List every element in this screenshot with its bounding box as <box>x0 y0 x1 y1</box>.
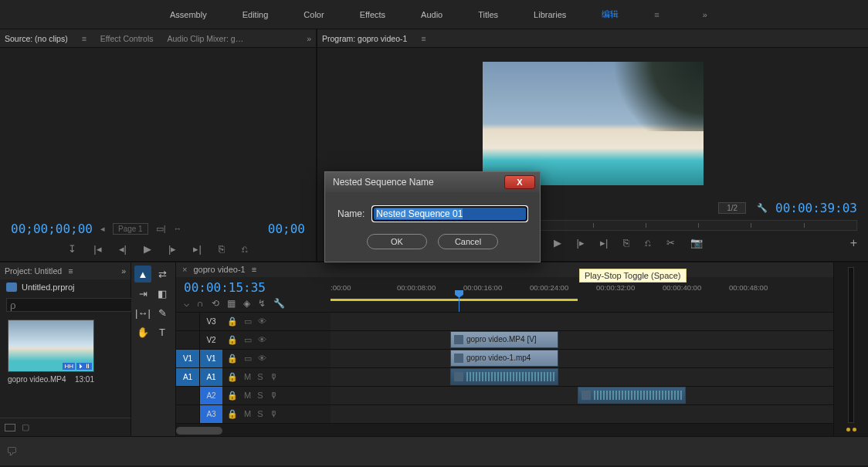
eye-icon[interactable]: 👁 <box>258 316 266 326</box>
prog-lift-icon[interactable]: ⎘ <box>623 237 629 249</box>
track-header-a1[interactable]: A1 A1 🔒MS🎙 <box>176 367 331 386</box>
selection-tool-icon[interactable]: ▲ <box>134 266 151 283</box>
work-area-bar[interactable] <box>331 299 578 301</box>
tab-program-menu-icon[interactable]: ≡ <box>421 34 426 43</box>
src-patch-v1[interactable]: V1 <box>176 350 199 367</box>
mute-icon[interactable]: M <box>244 372 251 381</box>
mute-icon[interactable]: M <box>244 409 251 418</box>
timeline-menu-icon[interactable]: ≡ <box>252 265 256 274</box>
prog-play-icon[interactable]: ▶ <box>554 237 561 249</box>
src-patch-a1[interactable]: A1 <box>176 368 199 386</box>
ripple-tool-icon[interactable]: ⇥ <box>134 285 151 302</box>
dialog-ok-button[interactable]: OK <box>367 234 427 249</box>
pen-tool-icon[interactable]: ✎ <box>154 304 171 321</box>
tab-audio-mixer[interactable]: Audio Clip Mixer: g… <box>168 34 244 43</box>
solo-icon[interactable]: S <box>257 372 263 381</box>
lock-icon[interactable]: 🔒 <box>227 391 238 401</box>
src-patch-v3[interactable] <box>176 313 199 330</box>
dialog-titlebar[interactable]: Nested Sequence Name X <box>325 172 540 192</box>
status-icon[interactable]: 🗩 <box>6 445 17 458</box>
lock-icon[interactable]: 🔒 <box>227 335 238 345</box>
link-icon[interactable]: ∩ <box>197 298 204 309</box>
src-patch-a2[interactable] <box>176 387 199 404</box>
step-back-icon[interactable]: ◂| <box>119 243 127 255</box>
dialog-name-input[interactable] <box>372 206 527 222</box>
rec-icon[interactable]: 🎙 <box>270 409 278 418</box>
settings-icon[interactable]: 🔧 <box>757 203 768 213</box>
settings-tl-icon[interactable]: ▦ <box>227 298 236 309</box>
workspace-color[interactable]: Color <box>303 10 324 19</box>
timeline-timecode[interactable]: 00:00:15:35 <box>184 280 323 295</box>
tab-project[interactable]: Project: Untitled <box>5 266 62 276</box>
prog-go-out-icon[interactable]: ▸| <box>600 237 608 249</box>
source-monitor[interactable] <box>0 48 316 215</box>
solo-icon[interactable]: S <box>257 409 263 418</box>
prog-add-button-icon[interactable]: + <box>850 236 857 250</box>
lock-icon[interactable]: 🔒 <box>227 372 238 382</box>
go-in-icon[interactable]: |◂ <box>93 243 101 255</box>
type-tool-icon[interactable]: T <box>154 323 171 340</box>
snap-icon[interactable]: ⌵ <box>184 298 189 309</box>
razor-tool-icon[interactable]: ◧ <box>154 285 171 302</box>
source-fit-icon[interactable]: ▭| <box>156 224 166 234</box>
tgt-patch-a2[interactable]: A2 <box>199 387 222 404</box>
new-bin-icon[interactable]: ▢ <box>22 422 29 432</box>
dialog-close-button[interactable]: X <box>504 175 535 189</box>
play-icon[interactable]: ▶ <box>144 243 151 255</box>
tgt-patch-v2[interactable]: V2 <box>199 331 222 349</box>
box-icon[interactable]: ▭ <box>244 354 252 364</box>
lock-icon[interactable]: 🔒 <box>227 354 238 364</box>
lock-icon[interactable]: 🔒 <box>227 316 238 327</box>
clip-a1[interactable] <box>450 368 558 385</box>
workspace-assembly[interactable]: Assembly <box>170 10 207 19</box>
go-out-icon[interactable]: ▸| <box>193 243 201 255</box>
tgt-patch-a1[interactable]: A1 <box>199 368 222 386</box>
clip-v2[interactable]: gopro video.MP4 [V] <box>450 331 558 348</box>
dialog-cancel-button[interactable]: Cancel <box>438 234 498 249</box>
src-patch-v2[interactable] <box>176 331 199 349</box>
track-select-tool-icon[interactable]: ⇄ <box>154 266 171 283</box>
workspace-audio[interactable]: Audio <box>421 10 442 19</box>
prog-snapshot-icon[interactable]: 📷 <box>690 237 703 249</box>
clip-v1[interactable]: gopro video-1.mp4 <box>450 350 558 367</box>
solo-icon[interactable]: S <box>257 391 263 400</box>
workspace-menu-icon[interactable]: ≡ <box>654 10 659 19</box>
hand-tool-icon[interactable]: ✋ <box>134 323 151 340</box>
source-timecode-left[interactable]: 00;00;00;00 <box>11 222 93 236</box>
track-header-a3[interactable]: A3 🔒MS🎙 <box>176 404 331 423</box>
prog-step-fwd-icon[interactable]: |▸ <box>577 237 585 249</box>
workspace-libraries[interactable]: Libraries <box>534 10 566 19</box>
scrollbar-thumb[interactable] <box>176 427 222 435</box>
list-view-icon[interactable] <box>5 424 15 431</box>
timeline-tab[interactable]: gopro video-1 <box>193 265 245 274</box>
track-header-v2[interactable]: V2 🔒▭👁 <box>176 330 331 349</box>
prog-cut-icon[interactable]: ✂ <box>666 237 675 249</box>
marker-icon[interactable]: ⟲ <box>212 298 219 309</box>
eye-icon[interactable]: 👁 <box>258 335 266 344</box>
workspace-editing[interactable]: Editing <box>242 10 269 19</box>
tab-source-menu-icon[interactable]: ≡ <box>82 34 86 43</box>
track-content[interactable]: gopro video.MP4 [V] gopro video-1.mp4 <box>331 312 833 423</box>
nest-icon[interactable]: ◈ <box>243 298 250 309</box>
rec-icon[interactable]: 🎙 <box>270 391 278 400</box>
program-zoom-select[interactable]: 1/2 <box>718 202 746 214</box>
eye-icon[interactable]: 👁 <box>258 354 266 363</box>
box-icon[interactable]: ▭ <box>244 335 252 345</box>
tab-effect-controls[interactable]: Effect Controls <box>100 34 154 43</box>
overwrite-icon[interactable]: ⎌ <box>242 243 248 255</box>
tgt-patch-v3[interactable]: V3 <box>199 313 222 330</box>
audio-meter[interactable] <box>848 267 854 423</box>
track-header-v3[interactable]: V3 🔒▭👁 <box>176 312 331 330</box>
clip-a2[interactable] <box>578 387 686 404</box>
box-icon[interactable]: ▭ <box>244 316 252 327</box>
track-header-v1[interactable]: V1 V1 🔒▭👁 <box>176 349 331 367</box>
source-prev-page-icon[interactable]: ◂ <box>100 224 105 234</box>
track-header-a2[interactable]: A2 🔒MS🎙 <box>176 386 331 404</box>
prog-extract-icon[interactable]: ⎌ <box>645 237 651 249</box>
mute-icon[interactable]: M <box>244 391 251 400</box>
step-fwd-icon[interactable]: |▸ <box>168 243 176 255</box>
tgt-patch-v1[interactable]: V1 <box>199 350 222 367</box>
project-menu-icon[interactable]: ≡ <box>68 266 73 276</box>
tab-source[interactable]: Source: (no clips) <box>5 34 68 43</box>
workspace-effects[interactable]: Effects <box>360 10 385 19</box>
